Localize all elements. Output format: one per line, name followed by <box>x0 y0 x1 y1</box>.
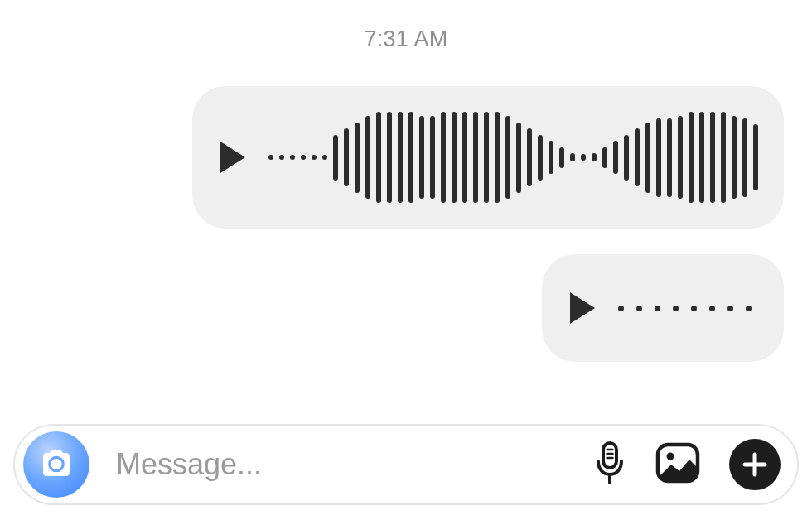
waveform-bar <box>516 123 521 193</box>
voice-waveform[interactable] <box>268 86 759 229</box>
voice-waveform[interactable] <box>618 254 759 362</box>
waveform-bar <box>441 112 446 203</box>
svg-rect-1 <box>603 443 616 468</box>
voice-message-bubble[interactable] <box>192 86 784 229</box>
camera-button[interactable] <box>23 431 89 498</box>
waveform-bar <box>699 112 704 203</box>
waveform-bar <box>746 306 752 311</box>
waveform-bar <box>570 153 575 161</box>
waveform-bar <box>721 112 726 203</box>
waveform-bar <box>592 153 597 161</box>
waveform-bar <box>559 147 564 168</box>
waveform-bar <box>430 116 435 199</box>
waveform-bar <box>344 128 349 186</box>
waveform-bar <box>322 155 327 160</box>
waveform-bar <box>656 118 661 197</box>
waveform-bar <box>301 155 306 160</box>
waveform-bar <box>635 128 640 186</box>
play-icon <box>220 142 245 173</box>
waveform-bar <box>462 112 467 203</box>
waveform-bar <box>678 116 683 199</box>
waveform-bar <box>398 112 403 203</box>
waveform-bar <box>691 306 697 311</box>
waveform-bar <box>495 112 500 203</box>
mic-button[interactable] <box>593 440 626 489</box>
add-button[interactable] <box>729 439 781 490</box>
waveform-bar <box>581 154 586 161</box>
waveform-bar <box>312 155 317 160</box>
waveform-bar <box>268 155 273 160</box>
waveform-bar <box>655 306 660 311</box>
waveform-bar <box>689 112 694 203</box>
composer-actions <box>593 439 781 490</box>
waveform-bar <box>538 135 543 181</box>
waveform-bar <box>710 112 715 203</box>
waveform-bar <box>636 306 642 311</box>
waveform-bar <box>473 112 478 203</box>
waveform-bar <box>613 141 618 174</box>
gallery-icon <box>655 441 701 484</box>
waveform-bar <box>333 135 338 181</box>
mic-icon <box>593 440 626 486</box>
waveform-bar <box>667 118 672 197</box>
gallery-button[interactable] <box>655 441 701 488</box>
voice-message-bubble[interactable] <box>542 254 784 362</box>
play-button[interactable] <box>570 292 595 324</box>
message-composer <box>13 424 799 505</box>
waveform-bar <box>365 116 370 199</box>
add-icon <box>741 450 769 479</box>
waveform-bar <box>549 141 553 174</box>
play-button[interactable] <box>220 142 245 173</box>
camera-icon <box>38 448 75 481</box>
waveform-bar <box>732 116 737 199</box>
chat-screen: 7:31 AM <box>0 0 812 520</box>
waveform-bar <box>387 112 392 203</box>
waveform-bar <box>290 155 295 160</box>
waveform-bar <box>727 306 733 311</box>
waveform-bar <box>484 112 489 203</box>
waveform-bar <box>624 135 629 181</box>
waveform-bar <box>355 123 360 193</box>
waveform-bar <box>742 118 747 197</box>
waveform-bar <box>602 147 607 168</box>
waveform-bar <box>505 116 510 199</box>
waveform-bar <box>452 112 457 203</box>
waveform-bar <box>645 123 650 193</box>
waveform-bar <box>408 112 413 203</box>
waveform-bar <box>376 112 381 203</box>
waveform-bar <box>673 306 679 311</box>
message-input[interactable] <box>106 446 577 483</box>
waveform-bar <box>527 128 532 186</box>
waveform-bar <box>709 306 715 311</box>
play-icon <box>570 292 595 324</box>
waveform-bar <box>618 306 624 311</box>
waveform-bar <box>753 124 758 190</box>
message-timestamp: 7:31 AM <box>0 26 812 52</box>
svg-point-7 <box>667 453 674 460</box>
waveform-bar <box>279 155 284 160</box>
waveform-bar <box>419 116 424 199</box>
